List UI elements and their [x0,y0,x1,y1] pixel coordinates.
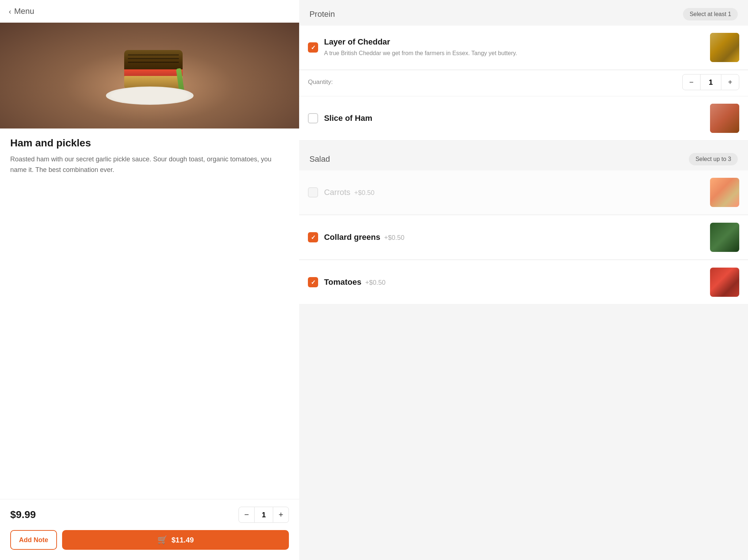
option-collard[interactable]: ✓ Collard greens +$0.50 [299,215,748,260]
increase-qty-button[interactable]: + [273,507,289,523]
carrots-image [710,178,739,207]
right-panel: Protein Select at least 1 ✓ Layer of Che… [299,0,748,560]
cheddar-decrease-button[interactable]: − [682,74,701,90]
carrots-content: Carrots +$0.50 [324,188,704,197]
add-to-cart-button[interactable]: 🛒 $11.49 [62,530,289,550]
protein-section-header: Protein Select at least 1 [299,0,748,26]
action-buttons: Add Note 🛒 $11.49 [0,530,299,560]
food-image [0,23,299,129]
add-to-cart-label: $11.49 [172,536,194,544]
collard-name: Collard greens [324,233,380,242]
ham-name: Slice of Ham [324,114,704,123]
collard-content: Collard greens +$0.50 [324,233,704,242]
decrease-qty-button[interactable]: − [238,507,255,523]
carrots-checkbox[interactable] [308,187,318,197]
quantity-label: Quantity: [308,78,333,86]
chevron-left-icon: ‹ [9,7,11,16]
add-note-button[interactable]: Add Note [10,530,57,550]
collard-checkbox[interactable]: ✓ [308,232,318,242]
food-info: Ham and pickles Roasted ham with our sec… [0,129,299,499]
tomatoes-checkbox[interactable]: ✓ [308,277,318,287]
food-price: $9.99 [10,509,36,521]
cheddar-quantity-row: Quantity: − 1 + [299,70,748,96]
bottom-bar: $9.99 − 1 + [0,499,299,530]
food-title: Ham and pickles [10,137,289,149]
cheddar-content: Layer of Cheddar A true British Cheddar … [324,37,704,58]
option-ham[interactable]: Slice of Ham [299,96,748,141]
collard-image [710,223,739,252]
food-description: Roasted ham with our secret garlic pickl… [10,154,289,175]
ham-checkbox[interactable] [308,113,318,123]
option-tomatoes[interactable]: ✓ Tomatoes +$0.50 [299,260,748,304]
salad-section-title: Salad [309,154,330,164]
ham-image [710,104,739,133]
checkmark-icon: ✓ [311,44,316,51]
collard-price: +$0.50 [384,234,405,241]
tomatoes-price: +$0.50 [365,279,386,286]
carrots-name: Carrots [324,188,350,197]
option-cheddar[interactable]: ✓ Layer of Cheddar A true British Chedda… [299,26,748,70]
salad-section-badge: Select up to 3 [689,153,738,165]
option-carrots[interactable]: Carrots +$0.50 [299,170,748,215]
quantity-display: 1 [255,507,273,523]
cheddar-increase-button[interactable]: + [721,74,739,90]
checkmark-icon: ✓ [311,279,316,286]
cart-icon: 🛒 [157,535,167,545]
cheddar-qty-controls: − 1 + [682,74,739,90]
tomatoes-content: Tomatoes +$0.50 [324,277,704,287]
tomatoes-image [710,268,739,297]
salad-section-header: Salad Select up to 3 [299,145,748,170]
section-divider [299,141,748,145]
cheddar-desc: A true British Cheddar we get from the f… [324,49,704,58]
carrots-price: +$0.50 [354,189,375,196]
cheddar-checkbox[interactable]: ✓ [308,42,318,53]
left-panel: ‹ Menu Ham and pickles Roasted ham with … [0,0,299,560]
checkmark-icon: ✓ [311,234,316,241]
cheddar-qty-display: 1 [701,74,721,90]
ham-content: Slice of Ham [324,114,704,123]
quantity-controls: − 1 + [238,507,289,523]
tomatoes-name: Tomatoes [324,277,361,287]
protein-section-badge: Select at least 1 [683,8,738,20]
cheddar-image [710,33,739,62]
menu-nav-label: Menu [14,7,34,16]
back-nav[interactable]: ‹ Menu [0,0,299,23]
protein-section-title: Protein [309,9,335,19]
cheddar-name: Layer of Cheddar [324,37,704,47]
